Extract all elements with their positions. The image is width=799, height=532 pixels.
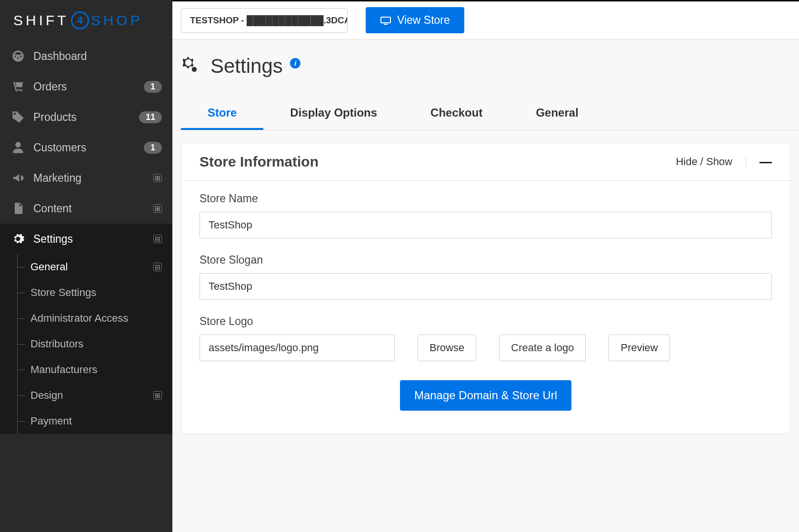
panel-body: Store Name Store Slogan Store Logo Brows… <box>181 181 790 433</box>
customers-badge: 1 <box>144 142 162 154</box>
settings-subnav: General ⊟ Store Settings Administrator A… <box>0 254 172 434</box>
sidebar-item-customers[interactable]: Customers 1 <box>0 132 172 163</box>
cart-icon <box>10 79 26 94</box>
info-icon[interactable]: i <box>290 58 300 69</box>
subnav-label: Payment <box>30 415 162 427</box>
page-title: Settings i <box>210 55 300 78</box>
preview-button[interactable]: Preview <box>609 335 669 361</box>
manage-domain-button[interactable]: Manage Domain & Store Url <box>400 380 571 411</box>
subnav-item-admin-access[interactable]: Administrator Access <box>17 305 172 331</box>
settings-tabs: Store Display Options Checkout General <box>172 98 799 130</box>
store-slogan-field: Store Slogan <box>200 254 772 300</box>
tags-icon <box>10 109 26 125</box>
logo-four-icon: 4 <box>71 11 89 30</box>
subnav-label: Distributors <box>30 338 162 350</box>
store-logo-field: Store Logo Browse Create a logo Preview <box>200 315 772 361</box>
subnav-label: Manufacturers <box>30 364 162 376</box>
orders-badge: 1 <box>144 81 162 93</box>
tab-display-options[interactable]: Display Options <box>263 98 404 130</box>
main-content: TESTSHOP - ████████████.3DCARTST View St… <box>172 0 799 532</box>
topbar: TESTSHOP - ████████████.3DCARTST View St… <box>172 1 799 39</box>
tab-store[interactable]: Store <box>181 98 263 130</box>
nav-label: Customers <box>33 141 144 154</box>
expand-icon: ⊞ <box>153 391 162 400</box>
gears-icon <box>10 231 26 246</box>
nav-label: Settings <box>33 233 153 246</box>
store-name-label: Store Name <box>200 192 772 205</box>
view-store-button[interactable]: View Store <box>366 7 464 33</box>
user-icon <box>10 140 26 155</box>
subnav-label: Store Settings <box>30 286 162 299</box>
create-logo-button[interactable]: Create a logo <box>499 335 586 361</box>
sidebar-item-orders[interactable]: Orders 1 <box>0 71 172 102</box>
collapse-icon: ⊟ <box>153 235 162 243</box>
nav-label: Dashboard <box>33 50 162 63</box>
logo-text-shop: SHOP <box>91 12 143 29</box>
products-badge: 11 <box>139 111 162 123</box>
subnav-label: Administrator Access <box>30 312 162 325</box>
subnav-item-design[interactable]: Design ⊞ <box>17 383 172 408</box>
panel-title: Store Information <box>200 154 676 170</box>
tab-general[interactable]: General <box>509 98 605 130</box>
nav-label: Orders <box>33 80 144 93</box>
sidebar: SHIFT 4 SHOP Dashboard Orders 1 Products… <box>0 0 172 532</box>
sidebar-item-content[interactable]: Content ⊞ <box>0 193 172 224</box>
collapse-button[interactable]: — <box>746 155 772 169</box>
store-selector[interactable]: TESTSHOP - ████████████.3DCARTST <box>181 8 348 33</box>
sidebar-item-dashboard[interactable]: Dashboard <box>0 41 172 71</box>
expand-icon: ⊞ <box>153 204 162 213</box>
subnav-label: General <box>30 261 153 273</box>
store-slogan-label: Store Slogan <box>200 254 772 266</box>
browse-button[interactable]: Browse <box>418 335 476 361</box>
store-logo-label: Store Logo <box>200 315 772 328</box>
view-store-label: View Store <box>397 14 450 27</box>
store-logo-input[interactable] <box>200 335 395 361</box>
subnav-item-payment[interactable]: Payment <box>17 408 172 434</box>
svg-rect-0 <box>381 17 390 23</box>
sidebar-item-settings[interactable]: Settings ⊟ <box>0 224 172 254</box>
logo-row: Browse Create a logo Preview <box>200 335 772 361</box>
store-name-input[interactable] <box>200 212 772 238</box>
logo: SHIFT 4 SHOP <box>0 0 172 41</box>
logo-text-shift: SHIFT <box>13 12 69 29</box>
dashboard-icon <box>10 49 26 64</box>
nav-label: Products <box>33 111 139 124</box>
expand-icon: ⊞ <box>153 174 162 182</box>
document-icon <box>10 201 26 216</box>
hide-show-toggle[interactable]: Hide / Show <box>676 156 746 168</box>
subnav-item-store-settings[interactable]: Store Settings <box>17 280 172 305</box>
monitor-icon <box>380 16 391 25</box>
store-name-field: Store Name <box>200 192 772 238</box>
subnav-label: Design <box>30 389 153 402</box>
nav-label: Content <box>33 202 153 215</box>
store-slogan-input[interactable] <box>200 273 772 300</box>
collapse-icon: ⊟ <box>153 263 162 271</box>
subnav-item-distributors[interactable]: Distributors <box>17 331 172 357</box>
sidebar-item-products[interactable]: Products 11 <box>0 102 172 132</box>
gears-icon <box>181 55 201 77</box>
megaphone-icon <box>10 170 26 186</box>
panel-header: Store Information Hide / Show — <box>181 143 790 181</box>
store-information-panel: Store Information Hide / Show — Store Na… <box>181 143 790 434</box>
subnav-item-manufacturers[interactable]: Manufacturers <box>17 357 172 383</box>
page-header: Settings i <box>172 39 799 78</box>
nav-label: Marketing <box>33 172 153 185</box>
tab-checkout[interactable]: Checkout <box>404 98 509 130</box>
sidebar-item-marketing[interactable]: Marketing ⊞ <box>0 163 172 193</box>
subnav-item-general[interactable]: General ⊟ <box>17 254 172 280</box>
